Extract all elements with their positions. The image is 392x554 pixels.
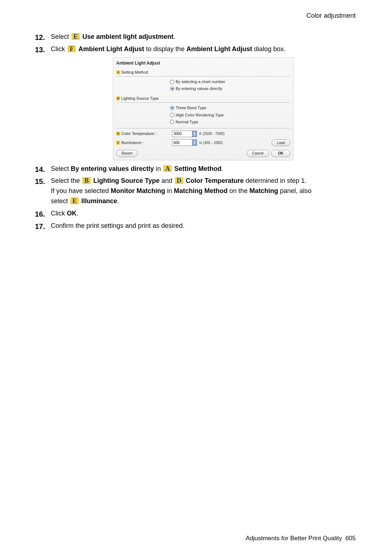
step-text: Select bbox=[51, 33, 71, 40]
revert-button[interactable]: Revert bbox=[116, 150, 138, 157]
illuminance-unit: lx (300 - 1000) bbox=[199, 140, 222, 146]
color-temperature-unit: K (2500 - 7500) bbox=[199, 131, 225, 137]
step-number: 14. bbox=[29, 164, 45, 175]
setting-method-label: Setting Method bbox=[121, 69, 148, 75]
step-bold: Use ambient light adjustment bbox=[82, 33, 173, 40]
illuminance-input[interactable] bbox=[172, 140, 192, 145]
step-number: 16. bbox=[29, 209, 45, 220]
step-14: 14. Select By entering values directly i… bbox=[29, 164, 356, 174]
divider bbox=[116, 76, 290, 77]
radio-by-chart-number[interactable]: By selecting a chart number bbox=[170, 79, 290, 85]
radio-label: High Color Rendering Type bbox=[176, 112, 224, 118]
radio-high-color[interactable]: High Color Rendering Type bbox=[170, 112, 290, 118]
badge-b: B bbox=[82, 177, 91, 184]
step-number: 17. bbox=[29, 221, 45, 232]
radio-label: By entering values directly bbox=[176, 86, 222, 92]
ok-button[interactable]: OK bbox=[271, 150, 290, 157]
lighting-source-type-label: Lighting Source Type bbox=[121, 95, 159, 102]
color-temperature-row: D Color Temperature : ▲▼ K (2500 - 7500) bbox=[116, 131, 290, 137]
load-button[interactable]: Load bbox=[271, 139, 290, 147]
badge-d: D bbox=[175, 177, 183, 184]
footer-page-number: 605 bbox=[346, 535, 356, 542]
radio-label: Normal Type bbox=[176, 119, 198, 125]
step-16: 16. Click OK. bbox=[29, 209, 356, 219]
footer-label: Adjustments for Better Print Quality bbox=[246, 535, 342, 542]
cancel-button[interactable]: Cancel bbox=[247, 150, 269, 157]
illuminance-row: E Illuminance : ▲▼ lx (300 - 1000) Load bbox=[116, 139, 290, 147]
radio-label: Three Band Type bbox=[176, 105, 206, 111]
step-13: 13. Click F Ambient Light Adjust to disp… bbox=[29, 44, 356, 160]
color-temperature-stepper[interactable]: ▲▼ bbox=[172, 131, 197, 137]
lighting-source-type-section: B Lighting Source Type bbox=[116, 95, 290, 102]
step-number: 15. bbox=[29, 176, 45, 187]
divider bbox=[116, 102, 290, 103]
badge-e: E bbox=[72, 33, 80, 40]
step-12: 12. Select E Use ambient light adjustmen… bbox=[29, 32, 356, 42]
step-number: 13. bbox=[29, 44, 45, 56]
illuminance-label: Illuminance : bbox=[121, 140, 144, 146]
setting-method-section: A Setting Method bbox=[116, 69, 290, 75]
radio-three-band[interactable]: Three Band Type bbox=[170, 105, 290, 111]
badge-a: A bbox=[163, 165, 172, 172]
radio-normal-type[interactable]: Normal Type bbox=[170, 119, 290, 125]
illuminance-stepper[interactable]: ▲▼ bbox=[172, 139, 197, 146]
badge-d-icon: D bbox=[116, 132, 120, 136]
radio-label: By selecting a chart number bbox=[176, 79, 225, 85]
steps-list: 12. Select E Use ambient light adjustmen… bbox=[29, 32, 356, 231]
radio-by-entering-values[interactable]: By entering values directly bbox=[170, 86, 290, 92]
dialog-title: Ambient Light Adjust bbox=[116, 60, 290, 68]
badge-b-icon: B bbox=[116, 97, 120, 100]
color-temperature-input[interactable] bbox=[172, 131, 192, 137]
page-footer: Adjustments for Better Print Quality 605 bbox=[246, 534, 356, 543]
badge-e: E bbox=[70, 197, 79, 204]
step-number: 12. bbox=[29, 32, 45, 43]
badge-f: F bbox=[68, 45, 76, 52]
spinner-arrows-icon[interactable]: ▲▼ bbox=[192, 140, 197, 145]
divider bbox=[116, 128, 290, 128]
step-17: 17. Confirm the print settings and print… bbox=[29, 221, 356, 231]
step-15: 15. Select the B Lighting Source Type an… bbox=[29, 176, 356, 206]
color-temperature-label: Color Temperature : bbox=[121, 131, 156, 137]
page-header-section: Color adjustment bbox=[29, 11, 356, 21]
spinner-arrows-icon[interactable]: ▲▼ bbox=[192, 131, 197, 137]
badge-a-icon: A bbox=[116, 70, 120, 74]
badge-e-icon: E bbox=[116, 141, 120, 145]
ambient-light-adjust-dialog: Ambient Light Adjust A Setting Method bbox=[113, 57, 294, 160]
